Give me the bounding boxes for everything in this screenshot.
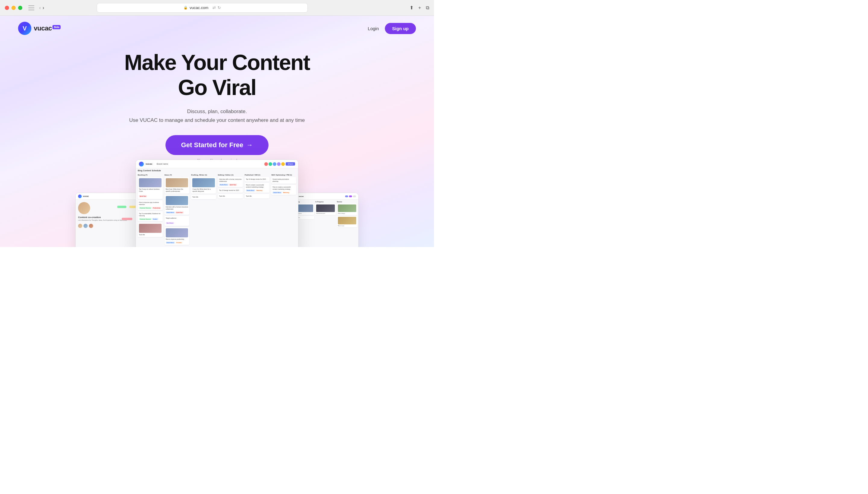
wb-user-avatar-1 xyxy=(78,224,82,228)
card-text-15: How to create a successful content marke… xyxy=(246,184,269,188)
browser-actions: ⬆ + ⧉ xyxy=(410,5,429,11)
hero-section: Make Your Content Go Viral Discuss, plan… xyxy=(0,41,434,163)
address-bar[interactable]: 🔒 vucac.com ⇄ ↻ xyxy=(97,3,308,13)
wb-sticky-green xyxy=(117,206,126,208)
hero-title: Make Your Content Go Viral xyxy=(6,50,428,100)
wb-header: vucac xyxy=(76,193,141,200)
wb-logo-icon xyxy=(78,194,82,198)
screenshot-kanban: vucac Board name Share Blog Content S xyxy=(136,159,298,247)
card-tag-1: Quick Tips xyxy=(139,195,147,197)
logo-icon xyxy=(18,22,31,35)
right-dot-2 xyxy=(349,195,352,197)
traffic-light-green[interactable] xyxy=(18,6,22,10)
card-tag-11a: Studio Notes xyxy=(219,184,229,186)
wb-user-avatar-3 xyxy=(89,224,93,228)
kanban-card-13: Task title xyxy=(218,194,243,198)
right-col-3-header: Review xyxy=(337,201,357,203)
kanban-board-title: Blog Content Schedule xyxy=(136,168,298,172)
card-tag-18a: Studio Notes xyxy=(273,191,282,194)
right-dot-1 xyxy=(345,195,348,197)
card-text-4: Task title xyxy=(139,234,161,236)
card-text-14: Top 10 design trends for 2023 xyxy=(246,178,269,180)
card-tag-18b: Marketing xyxy=(282,191,290,194)
kanban-col-3: Drafting, Writer (1) I have this Write d… xyxy=(191,174,216,246)
card-tag-6b: Quick Tips xyxy=(175,211,183,213)
kanban-card-2: How to improve app customer retention Cu… xyxy=(138,200,163,210)
kanban-card-16: Task title xyxy=(245,194,270,198)
kanban-card-9: I have this Write down for a specific bl… xyxy=(191,177,216,194)
kanban-card-18: How to create a successful content marke… xyxy=(271,185,296,195)
screenshot-whiteboard: vucac Content co-creation Let's Brainsto… xyxy=(75,193,142,247)
kanban-col-4: Editing / Editor (1) Interview with a hu… xyxy=(218,174,243,246)
card-text-13: Task title xyxy=(219,195,242,197)
card-img-8 xyxy=(166,228,189,238)
card-text-9: I have this Write down for a specific bl… xyxy=(192,188,215,192)
kanban-card-14: Top 10 design trends for 2023 xyxy=(245,177,270,182)
login-button[interactable]: Login xyxy=(368,26,379,31)
back-arrow-icon[interactable]: ‹ xyxy=(39,5,41,10)
share-icon[interactable]: ⬆ xyxy=(410,5,414,11)
kanban-card-3: Top 5 sustainability Solutions for reduc… xyxy=(138,211,163,221)
lock-icon: 🔒 xyxy=(183,6,188,10)
kanban-card-10: Task title xyxy=(191,195,216,200)
tabs-icon[interactable]: ⧉ xyxy=(426,5,429,11)
card-text-16: Task title xyxy=(246,195,269,197)
card-img-5 xyxy=(166,178,189,187)
card-tag-3b: Guides xyxy=(152,218,158,220)
avatar-4 xyxy=(277,162,281,166)
card-text-6: Interview with a human resources collabo… xyxy=(166,206,189,210)
kanban-app-name: vucac xyxy=(145,163,153,165)
cta-button[interactable]: Get Started for Free → xyxy=(165,135,269,155)
kanban-card-15: How to create a successful content marke… xyxy=(245,183,270,193)
kanban-app-header: vucac Board name Share xyxy=(136,160,298,168)
card-tag-15b: Marketing xyxy=(256,189,263,191)
right-card-text-4: Green design xyxy=(338,213,356,214)
signup-button[interactable]: Sign up xyxy=(385,23,416,34)
right-card-img-5 xyxy=(338,217,356,224)
card-text-12: Top 10 design trends for 2023 xyxy=(219,189,242,191)
reload-icon[interactable]: ↻ xyxy=(218,5,221,10)
kanban-card-6: Interview with a human resources collabo… xyxy=(164,195,190,215)
card-text-3: Top 5 sustainability Solutions for reduc… xyxy=(139,213,161,217)
card-tag-2b: Productivity xyxy=(152,207,161,209)
traffic-lights xyxy=(5,6,22,10)
wb-avatars-row xyxy=(78,224,139,228)
share-badge: Share xyxy=(286,162,295,166)
kanban-col-1: Backlog (7) Top 5 ways to reduce busines… xyxy=(138,174,163,246)
forward-arrow-icon[interactable]: › xyxy=(42,5,44,10)
traffic-light-yellow[interactable] xyxy=(12,6,16,10)
col-5-header: Published / DM (1) xyxy=(245,174,270,176)
right-dot-3 xyxy=(353,195,356,197)
nav-right: Login Sign up xyxy=(368,23,416,34)
wb-body: Content co-creation Let's Brainstorm for… xyxy=(76,200,141,230)
right-card-4: Green design xyxy=(337,204,357,215)
card-tag-15a: Studio Notes xyxy=(246,189,255,191)
new-tab-icon[interactable]: + xyxy=(418,5,421,11)
card-tag-8a: Studio Notes xyxy=(166,242,175,244)
right-header-dots xyxy=(345,195,356,197)
kanban-card-11: Interview with a human resources collabo… xyxy=(218,177,243,187)
kanban-col-5: Published / DM (1) Top 10 design trends … xyxy=(245,174,270,246)
right-app-mockup: vucac Backlog Content post xyxy=(293,193,358,247)
translate-icon[interactable]: ⇄ xyxy=(213,5,216,10)
kanban-card-4: Task title xyxy=(138,223,163,237)
col-2-header: Ideas (7) xyxy=(164,174,190,176)
browser-nav-arrows: ‹ › xyxy=(39,5,44,10)
card-text-7: Target audience xyxy=(166,217,189,219)
sidebar-toggle-icon[interactable] xyxy=(28,5,34,10)
kanban-board-name: Board name xyxy=(157,163,168,165)
logo-text: vucacBeta xyxy=(34,24,61,32)
kanban-avatars xyxy=(264,162,285,166)
col-3-header: Drafting, Writer (1) xyxy=(191,174,216,176)
right-col-3: Review Green design Warm tones xyxy=(337,201,357,228)
traffic-light-red[interactable] xyxy=(5,6,9,10)
col-4-header: Editing / Editor (1) xyxy=(218,174,243,176)
right-col-2: In Progress Dark theme post xyxy=(315,201,335,228)
kanban-col-2: Ideas (7) Best Goal: Write down the spec… xyxy=(164,174,190,246)
kanban-columns: Backlog (7) Top 5 ways to reduce busines… xyxy=(136,172,298,247)
right-card-img-4 xyxy=(338,205,356,212)
card-tag-6a: Studio Notes xyxy=(166,211,175,213)
screenshots-container: vucac Content co-creation Let's Brainsto… xyxy=(0,159,434,247)
card-img-1 xyxy=(139,178,161,187)
col-6-header: SEO Optimizing / PM (1) xyxy=(271,174,296,176)
